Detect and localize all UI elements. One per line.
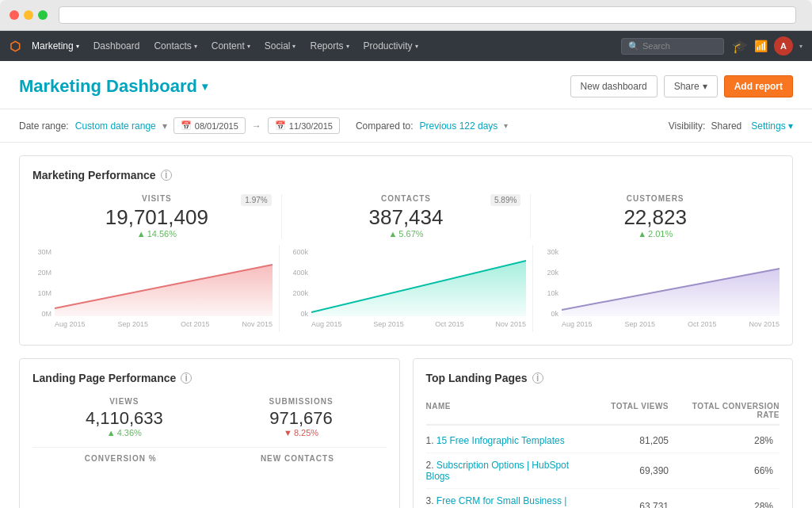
chevron-down-icon: ▾ [346, 43, 349, 50]
contacts-badge: 5.89% [490, 194, 520, 206]
visits-chart: 30M 20M 10M 0M [32, 245, 280, 332]
user-avatar[interactable]: A [774, 36, 793, 55]
marketing-performance-card: Marketing Performance i 1.97% VISITS 19,… [19, 155, 793, 346]
compared-link[interactable]: Previous 122 days [420, 120, 498, 132]
hubspot-logo: ⬡ [10, 39, 21, 54]
row-name: 2. Subscription Options | HubSpot Blogs [426, 460, 590, 482]
table-row: 3. Free CRM for Small Business | HubSpot… [426, 489, 780, 508]
landing-page-performance-card: Landing Page Performance i VIEWS 4,110,6… [19, 358, 400, 508]
cards-section: Marketing Performance i 1.97% VISITS 19,… [0, 143, 812, 508]
chevron-down-icon: ▾ [247, 43, 250, 50]
customers-chart: 30k 20k 10k 0k [539, 245, 780, 332]
svg-marker-2 [562, 269, 780, 316]
chevron-down-icon: ▾ [292, 43, 295, 50]
settings-link[interactable]: Settings ▾ [751, 120, 793, 132]
chevron-down-icon: ▾ [76, 43, 79, 50]
date-to-badge[interactable]: 📅 11/30/2015 [268, 117, 340, 134]
lp-views-change: ▲ 4.36% [86, 428, 163, 437]
browser-dot-red[interactable] [10, 10, 19, 20]
filter-bar: Date range: Custom date range ▾ 📅 08/01/… [0, 109, 812, 143]
calendar-icon: 📅 [181, 120, 192, 131]
wifi-icon[interactable]: 📶 [754, 40, 768, 52]
graduation-icon[interactable]: 🎓 [732, 39, 748, 54]
top-landing-pages-card: Top Landing Pages i NAME TOTAL VIEWS TOT… [413, 358, 794, 508]
nav-right-icons: 🎓 📶 A ▾ [732, 36, 802, 55]
nav-item-dashboard[interactable]: Dashboard [87, 37, 147, 55]
metrics-row: 1.97% VISITS 19,701,409 ▲ 14.56% 5.89% C… [32, 194, 780, 239]
nav-item-productivity[interactable]: Productivity ▾ [357, 37, 425, 55]
chevron-down-icon: ▾ [194, 43, 197, 50]
calendar-icon: 📅 [275, 120, 286, 131]
add-report-button[interactable]: Add report [724, 75, 793, 97]
nav-item-social[interactable]: Social ▾ [258, 37, 303, 55]
page-link[interactable]: Free CRM for Small Business | HubSpot CR… [426, 495, 567, 508]
lp-submissions: SUBMISSIONS 971,676 ▼ 8.25% [269, 397, 334, 437]
header-actions: New dashboard Share ▾ Add report [570, 75, 793, 97]
metric-visits: 1.97% VISITS 19,701,409 ▲ 14.56% [32, 194, 282, 239]
date-range-link[interactable]: Custom date range [75, 120, 156, 132]
info-icon-tlp[interactable]: i [532, 372, 543, 384]
charts-row: 30M 20M 10M 0M [32, 245, 780, 332]
browser-chrome [0, 0, 812, 31]
title-chevron-icon[interactable]: ▾ [202, 80, 208, 93]
up-arrow-icon: ▲ [107, 428, 116, 437]
up-arrow-icon: ▲ [388, 229, 397, 239]
down-arrow-icon: ▼ [284, 428, 292, 437]
metric-contacts: 5.89% CONTACTS 387,434 ▲ 5.67% [282, 194, 532, 239]
page-header: Marketing Dashboard ▾ New dashboard Shar… [0, 61, 812, 109]
card-title-lpp: Landing Page Performance i [32, 372, 387, 384]
navbar: ⬡ Marketing ▾ Dashboard Contacts ▾ Conte… [0, 31, 812, 61]
arrow-right: → [252, 120, 261, 132]
share-button[interactable]: Share ▾ [664, 75, 718, 97]
browser-addressbar[interactable] [59, 6, 796, 24]
visits-change: ▲ 14.56% [32, 229, 281, 239]
top-landing-pages-table: NAME TOTAL VIEWS TOTAL CONVERSION RATE 1… [426, 397, 780, 508]
search-bar[interactable]: 🔍 Search [621, 38, 724, 55]
up-arrow-icon: ▲ [137, 229, 146, 239]
lp-views: VIEWS 4,110,633 ▲ 4.36% [86, 397, 163, 437]
customers-chart-svg [562, 245, 780, 316]
up-arrow-icon: ▲ [638, 229, 646, 239]
svg-marker-0 [55, 265, 273, 316]
card-title-marketing: Marketing Performance i [32, 169, 780, 181]
visits-badge: 1.97% [241, 194, 271, 206]
info-icon-lpp[interactable]: i [181, 372, 192, 384]
nav-item-reports[interactable]: Reports ▾ [303, 37, 355, 55]
card-title-tlp: Top Landing Pages i [426, 372, 780, 384]
bottom-cards: Landing Page Performance i VIEWS 4,110,6… [19, 358, 793, 508]
contacts-chart-svg [311, 245, 526, 316]
visibility-label: Visibility: Shared [669, 120, 742, 132]
contacts-chart: 600k 400k 200k 0k [286, 245, 533, 332]
contacts-change: ▲ 5.67% [282, 229, 531, 239]
table-row: 1. 15 Free Infographic Templates 81,205 … [426, 429, 780, 453]
browser-dot-yellow[interactable] [24, 10, 33, 20]
info-icon[interactable]: i [161, 170, 172, 181]
nav-item-marketing[interactable]: Marketing ▾ [25, 37, 86, 55]
table-header: NAME TOTAL VIEWS TOTAL CONVERSION RATE [426, 397, 780, 426]
compared-chevron-icon: ▾ [504, 121, 508, 130]
lp-submissions-change: ▼ 8.25% [269, 428, 334, 437]
row-name: 1. 15 Free Infographic Templates [426, 435, 590, 446]
share-chevron-icon: ▾ [703, 81, 707, 92]
browser-dot-green[interactable] [38, 10, 48, 20]
settings-chevron-icon: ▾ [788, 120, 793, 132]
customers-change: ▲ 2.01% [531, 229, 780, 239]
arrow-separator: ▾ [162, 120, 167, 132]
table-row: 2. Subscription Options | HubSpot Blogs … [426, 453, 780, 489]
lp-metrics: VIEWS 4,110,633 ▲ 4.36% SUBMISSIONS 971,… [32, 397, 387, 437]
page-link[interactable]: Subscription Options | HubSpot Blogs [426, 460, 570, 482]
page-title: Marketing Dashboard ▾ [19, 76, 208, 97]
nav-item-contacts[interactable]: Contacts ▾ [147, 37, 203, 55]
page-link[interactable]: 15 Free Infographic Templates [436, 435, 565, 446]
visits-chart-svg [55, 245, 273, 316]
row-name: 3. Free CRM for Small Business | HubSpot… [426, 495, 590, 508]
nav-item-content[interactable]: Content ▾ [205, 37, 257, 55]
search-icon: 🔍 [628, 41, 639, 52]
avatar-chevron-icon: ▾ [799, 43, 802, 50]
metric-customers: CUSTOMERS 22,823 ▲ 2.01% [531, 194, 780, 239]
chevron-down-icon: ▾ [415, 43, 418, 50]
date-from-badge[interactable]: 📅 08/01/2015 [173, 117, 246, 134]
page-content: Marketing Dashboard ▾ New dashboard Shar… [0, 61, 812, 508]
new-dashboard-button[interactable]: New dashboard [570, 75, 658, 97]
